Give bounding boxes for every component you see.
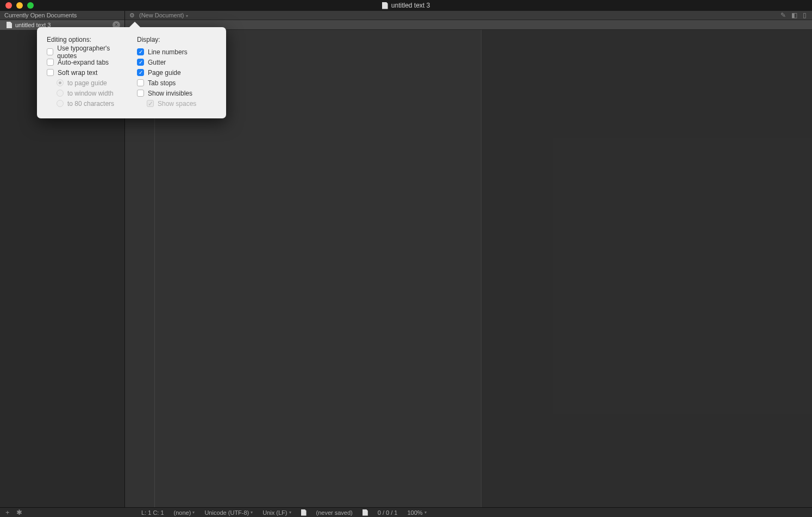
tab-stops-label: Tab stops bbox=[148, 79, 176, 87]
typographers-quotes-checkbox[interactable]: Use typographer's quotes bbox=[47, 47, 126, 57]
pencil-icon[interactable]: ✎ bbox=[780, 11, 786, 19]
wrap-page-guide-radio: to page guide bbox=[47, 78, 126, 88]
editor-toolbar: ⚙ (New Document) ▾ ✎ ◧ ▯ bbox=[125, 11, 812, 20]
text-options-popover: Editing options: Use typographer's quote… bbox=[37, 27, 226, 118]
window-title-text: untitled text 3 bbox=[391, 2, 430, 9]
wrap-window-radio: to window width bbox=[47, 88, 126, 98]
document-type-label: (New Document) bbox=[139, 12, 184, 18]
line-ending-dropdown[interactable]: Unix (LF)▾ bbox=[263, 509, 291, 516]
checkbox-checked-icon: ✓ bbox=[137, 48, 144, 55]
radio-icon bbox=[57, 79, 64, 86]
radio-icon bbox=[57, 90, 64, 97]
checkbox-checked-icon: ✓ bbox=[137, 59, 144, 66]
document-icon bbox=[301, 509, 307, 516]
zoom-window-button[interactable] bbox=[27, 2, 34, 9]
document-icon bbox=[363, 509, 368, 516]
editor-pane: ⚙ (New Document) ▾ ✎ ◧ ▯ bbox=[125, 11, 812, 507]
document-icon bbox=[7, 22, 12, 28]
editor-textarea[interactable] bbox=[155, 30, 812, 507]
radio-icon bbox=[57, 100, 64, 107]
zoom-dropdown[interactable]: 100%▾ bbox=[407, 509, 426, 516]
show-invisibles-checkbox[interactable]: Show invisibles bbox=[137, 88, 216, 98]
document-type-dropdown[interactable]: (New Document) ▾ bbox=[139, 12, 188, 18]
save-indicator bbox=[301, 509, 307, 516]
show-spaces-label: Show spaces bbox=[158, 100, 196, 108]
wrap-80-label: to 80 characters bbox=[67, 100, 114, 108]
show-invisibles-label: Show invisibles bbox=[148, 90, 192, 97]
document-icon[interactable]: ▯ bbox=[803, 11, 807, 19]
saved-state: (never saved) bbox=[316, 509, 353, 516]
editor-navbar[interactable] bbox=[125, 20, 812, 30]
cursor-position[interactable]: L: 1 C: 1 bbox=[141, 509, 164, 516]
checkbox-icon bbox=[47, 59, 54, 66]
chevron-down-icon: ▾ bbox=[186, 14, 188, 18]
checkbox-icon bbox=[137, 90, 144, 97]
gutter-label: Gutter bbox=[148, 59, 166, 66]
wrap-80-radio: to 80 characters bbox=[47, 98, 126, 109]
soft-wrap-checkbox[interactable]: Soft wrap text bbox=[47, 67, 126, 78]
checkbox-icon bbox=[137, 79, 144, 86]
checkbox-icon bbox=[47, 69, 54, 76]
auto-expand-label: Auto-expand tabs bbox=[58, 59, 109, 66]
sidebar-header-label: Currently Open Documents bbox=[4, 12, 77, 18]
gutter-checkbox[interactable]: ✓ Gutter bbox=[137, 57, 216, 67]
titlebar: untitled text 3 bbox=[0, 0, 812, 11]
window-title: untitled text 3 bbox=[382, 2, 430, 9]
minimize-window-button[interactable] bbox=[16, 2, 23, 9]
tab-stops-checkbox[interactable]: Tab stops bbox=[137, 78, 216, 88]
checkbox-disabled-icon: ✓ bbox=[147, 100, 154, 107]
close-window-button[interactable] bbox=[5, 2, 12, 9]
editor-body bbox=[125, 30, 812, 507]
line-numbers-label: Line numbers bbox=[148, 48, 188, 56]
statusbar: + ✱ L: 1 C: 1 (none)▾ Unicode (UTF-8)▾ U… bbox=[0, 507, 812, 517]
checkbox-icon bbox=[47, 48, 53, 55]
language-dropdown[interactable]: (none)▾ bbox=[174, 509, 195, 516]
action-menu-button[interactable]: ✱ bbox=[16, 508, 22, 516]
wrap-page-guide-label: to page guide bbox=[67, 79, 107, 87]
sidebar-header[interactable]: Currently Open Documents bbox=[0, 11, 124, 20]
stats-icon bbox=[363, 509, 368, 516]
window-controls bbox=[0, 2, 34, 9]
typographers-label: Use typographer's quotes bbox=[57, 45, 126, 60]
editing-options-column: Editing options: Use typographer's quote… bbox=[47, 36, 126, 109]
gear-icon[interactable]: ⚙ bbox=[129, 12, 135, 19]
page-guide-shade bbox=[482, 30, 812, 507]
encoding-dropdown[interactable]: Unicode (UTF-8)▾ bbox=[204, 509, 253, 516]
display-options-column: Display: ✓ Line numbers ✓ Gutter ✓ Page … bbox=[137, 36, 216, 109]
editing-heading: Editing options: bbox=[47, 36, 126, 43]
page-guide-checkbox[interactable]: ✓ Page guide bbox=[137, 67, 216, 78]
wrap-window-label: to window width bbox=[67, 90, 114, 97]
add-button[interactable]: + bbox=[5, 508, 10, 516]
soft-wrap-label: Soft wrap text bbox=[58, 69, 97, 77]
sidebar-toggle-icon[interactable]: ◧ bbox=[791, 11, 797, 19]
line-numbers-checkbox[interactable]: ✓ Line numbers bbox=[137, 47, 216, 57]
page-guide-label: Page guide bbox=[148, 69, 181, 77]
document-icon bbox=[382, 2, 388, 9]
document-counts[interactable]: 0 / 0 / 1 bbox=[378, 509, 398, 516]
display-heading: Display: bbox=[137, 36, 216, 43]
show-spaces-checkbox: ✓ Show spaces bbox=[137, 98, 216, 109]
checkbox-checked-icon: ✓ bbox=[137, 69, 144, 76]
